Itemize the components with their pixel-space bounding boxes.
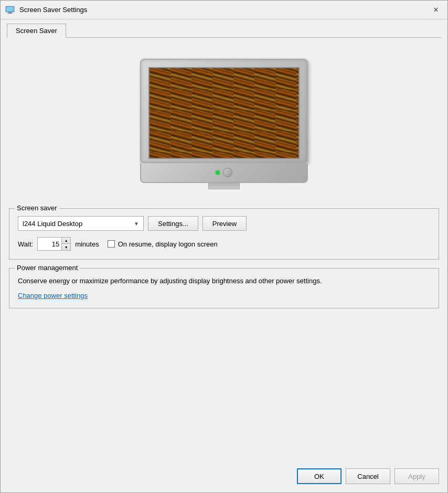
close-button[interactable]: × (429, 3, 443, 17)
monitor-outer (140, 59, 308, 189)
wait-row: Wait: ▲ ▼ minutes On resume, display log… (18, 237, 430, 251)
screensaver-dropdown[interactable]: l244 Liquid Desktop ▼ (18, 216, 144, 231)
logon-checkbox-label: On resume, display logon screen (118, 240, 218, 248)
settings-button[interactable]: Settings... (148, 216, 198, 231)
screensaver-group: Screen saver l244 Liquid Desktop ▼ Setti… (9, 208, 439, 260)
power-group-label: Power management (15, 264, 80, 272)
title-bar-icon (5, 5, 15, 15)
svg-rect-3 (7, 13, 13, 14)
screensaver-preview (150, 68, 298, 158)
monitor-preview-section (9, 48, 439, 200)
power-led (216, 170, 220, 175)
dialog-window: Screen Saver Settings × Screen Saver (0, 0, 448, 493)
preview-button[interactable]: Preview (202, 216, 247, 231)
spinner-up-button[interactable]: ▲ (62, 238, 70, 244)
svg-point-4 (12, 10, 13, 11)
wait-input[interactable] (38, 238, 61, 250)
ok-button[interactable]: OK (297, 468, 342, 484)
title-bar-title: Screen Saver Settings (19, 6, 429, 14)
logon-checkbox[interactable] (108, 240, 115, 248)
logon-checkbox-row: On resume, display logon screen (108, 240, 218, 248)
wait-input-wrap: ▲ ▼ (37, 237, 71, 251)
dropdown-value: l244 Liquid Desktop (23, 220, 82, 228)
wait-label: Wait: (18, 240, 33, 248)
chevron-down-icon: ▼ (134, 221, 139, 227)
apply-button[interactable]: Apply (394, 468, 439, 484)
monitor-indicator (216, 168, 232, 177)
monitor-screen (148, 67, 300, 159)
cancel-button[interactable]: Cancel (346, 468, 390, 484)
title-bar: Screen Saver Settings × (1, 1, 447, 19)
footer: OK Cancel Apply (1, 462, 447, 492)
svg-rect-2 (8, 12, 12, 13)
power-description: Conserve energy or maximize performance … (18, 276, 430, 286)
monitor-frame (140, 59, 308, 163)
change-power-settings-link[interactable]: Change power settings (18, 292, 88, 299)
tab-screen-saver[interactable]: Screen Saver (7, 24, 66, 38)
monitor-bottom (140, 163, 308, 183)
screensaver-group-label: Screen saver (15, 204, 59, 212)
screensaver-controls-row: l244 Liquid Desktop ▼ Settings... Previe… (18, 216, 430, 231)
minutes-label: minutes (75, 240, 99, 248)
power-group: Power management Conserve energy or maxi… (9, 268, 439, 308)
monitor-stand (208, 183, 240, 189)
spinner-down-button[interactable]: ▼ (62, 244, 70, 250)
monitor-button (223, 168, 232, 177)
spinner-buttons: ▲ ▼ (61, 238, 70, 250)
tab-bar: Screen Saver (1, 19, 447, 37)
svg-rect-1 (6, 7, 14, 12)
main-content: Screen saver l244 Liquid Desktop ▼ Setti… (1, 38, 447, 462)
